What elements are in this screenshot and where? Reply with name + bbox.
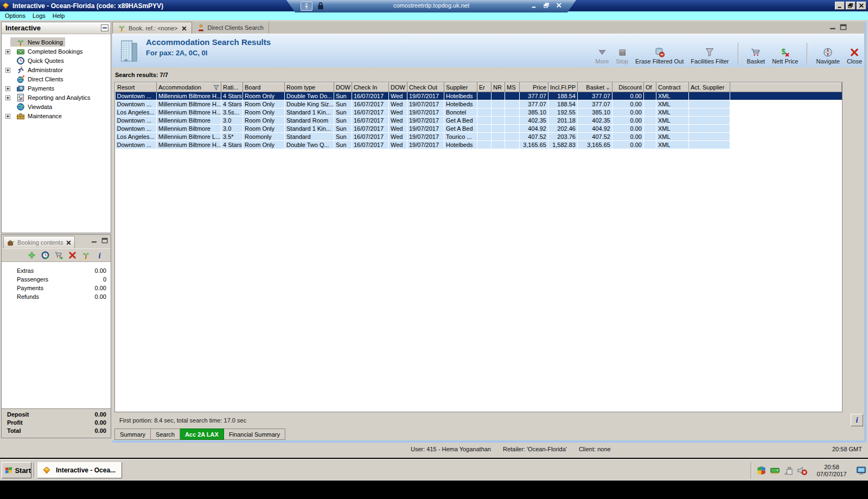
expand-icon[interactable]: [5, 67, 10, 72]
info-button[interactable]: i: [851, 414, 863, 426]
network-icon[interactable]: [770, 465, 780, 476]
result-row-7[interactable]: Downtown ...Millennium Biltmore H...4 St…: [116, 141, 842, 149]
col-board-3[interactable]: Board: [243, 83, 285, 92]
sidebar-item-reporting-and-analytics[interactable]: Reporting and Analytics: [2, 93, 111, 102]
tab-direct-clients-search[interactable]: Direct Clients Search: [192, 22, 269, 34]
result-row-5[interactable]: Downtown ...Millennium Biltmore3.0Room O…: [116, 125, 842, 133]
cell: 377.07: [520, 92, 548, 100]
more-button[interactable]: More: [595, 47, 609, 65]
col-check-out-8[interactable]: Check Out: [407, 83, 444, 92]
sidebar-item-maintenance[interactable]: Maintenance: [2, 111, 111, 120]
close-button[interactable]: Close: [847, 47, 862, 65]
col-room-type-4[interactable]: Room type: [285, 83, 334, 92]
cell: Millennium Biltmore: [157, 125, 221, 133]
col-dow-7[interactable]: DOW: [389, 83, 407, 92]
expand-icon[interactable]: [5, 95, 10, 100]
cell: Downtown ...: [116, 92, 157, 100]
sidebar-item-direct-clients[interactable]: Direct Clients: [2, 74, 111, 84]
panel-maximize-icon[interactable]: [101, 238, 108, 244]
minimize-button[interactable]: [835, 2, 845, 10]
cell: XML: [656, 141, 689, 149]
result-row-4[interactable]: Downtown ...Millennium Biltmore3.0Room O…: [116, 117, 842, 125]
facilities-filter-button[interactable]: Facilities Filter: [691, 47, 729, 65]
menu-help[interactable]: Help: [50, 12, 70, 20]
col-ms-12[interactable]: MS: [505, 83, 520, 92]
start-button[interactable]: Start: [2, 462, 31, 478]
menu-options[interactable]: Options: [3, 12, 30, 20]
taskbar-clock[interactable]: 20:58 07/07/2017: [810, 464, 853, 478]
collapse-panel-icon[interactable]: [101, 24, 108, 31]
col-supplier-9[interactable]: Supplier: [444, 83, 477, 92]
antivirus-icon[interactable]: [756, 465, 767, 476]
stop-button[interactable]: Stop: [616, 47, 628, 65]
sidebar-item-administrator[interactable]: Administrator: [2, 65, 111, 74]
col-dow-5[interactable]: DOW: [334, 83, 352, 92]
panel-maximize-icon[interactable]: [840, 24, 847, 30]
availability-icon[interactable]: [41, 251, 50, 260]
sidebar-item-quick-quotes[interactable]: Quick Quotes: [2, 56, 111, 65]
basket-add-icon[interactable]: [54, 251, 63, 260]
sidebar-item-viewdata[interactable]: Viewdata: [2, 102, 111, 111]
menu-logs[interactable]: Logs: [30, 12, 50, 20]
expand-icon[interactable]: [5, 49, 10, 54]
col-discount-16[interactable]: Discount: [612, 83, 644, 92]
tab-booking-contents[interactable]: Booking contents: [3, 236, 75, 248]
cell: [505, 133, 520, 141]
bottom-tab-summary[interactable]: Summary: [114, 428, 151, 440]
panel-minimize-icon[interactable]: [91, 238, 98, 244]
globe-dart-icon: [16, 75, 25, 84]
col-nr-11[interactable]: NR: [492, 83, 505, 92]
cell: 3.0: [221, 125, 243, 133]
add-icon[interactable]: [27, 251, 36, 260]
col-basket-15[interactable]: Basket: [578, 83, 612, 92]
col-er-10[interactable]: Er: [477, 83, 492, 92]
usb-icon[interactable]: [783, 465, 794, 476]
sidebar-item-label: Maintenance: [28, 112, 62, 119]
filter-icon[interactable]: [213, 85, 219, 91]
col-resort-0[interactable]: Resort: [116, 83, 157, 92]
col-accommodation-1[interactable]: Accommodation: [157, 83, 221, 92]
result-row-3[interactable]: Los Angeles...Millennium Biltmore H...3.…: [116, 108, 842, 117]
toolbar-label: Erase Filtered Out: [635, 58, 684, 65]
col-incl-fl-pp-14[interactable]: Incl.Fl.PP: [548, 83, 578, 92]
rdp-minimize-button[interactable]: [531, 3, 537, 8]
sidebar-item-payments[interactable]: $Payments: [2, 84, 111, 93]
close-button[interactable]: [857, 2, 866, 10]
panel-minimize-icon[interactable]: [829, 24, 837, 30]
bottom-tab-financial-summary[interactable]: Financial Summary: [224, 428, 285, 440]
cell: [644, 117, 656, 125]
erase-filtered-out-button[interactable]: Erase Filtered Out: [635, 47, 684, 65]
rdp-close-button[interactable]: [556, 3, 562, 8]
restore-button[interactable]: [846, 2, 856, 10]
col-price-13[interactable]: Price: [520, 83, 548, 92]
cell: 0.00: [612, 117, 644, 125]
col-contract-18[interactable]: Contract: [656, 83, 689, 92]
col-rati-2[interactable]: Rati...: [221, 83, 243, 92]
rdp-restore-button[interactable]: [544, 3, 550, 8]
taskbar-app-button[interactable]: Interactive - Ocea...: [37, 462, 122, 478]
col-check-in-6[interactable]: Check In: [352, 83, 389, 92]
col-of-17[interactable]: Of: [644, 83, 656, 92]
info-icon[interactable]: i: [95, 251, 104, 260]
navigate-button[interactable]: Navigate: [816, 47, 839, 65]
sidebar-item-completed-bookings[interactable]: Completed Bookings: [2, 47, 111, 56]
delete-icon[interactable]: [68, 251, 77, 260]
cell: 4 Stars: [221, 92, 243, 100]
result-row-2[interactable]: Downtown ...Millennium Biltmore H...4 St…: [116, 100, 842, 108]
bottom-tab-search[interactable]: Search: [151, 428, 180, 440]
bottom-tab-acc-2a-lax[interactable]: Acc 2A LAX: [180, 428, 224, 440]
expand-icon[interactable]: [5, 86, 10, 91]
result-row-6[interactable]: Los Angeles...Millennium Biltmore L...3.…: [116, 133, 842, 141]
volume-muted-icon[interactable]: [797, 465, 807, 476]
tab-book-ref-none[interactable]: Book. ref.: <none>: [112, 22, 192, 34]
tab-close-icon[interactable]: [182, 25, 187, 30]
col-act-supplier-19[interactable]: Act. Supplier: [689, 83, 730, 92]
sidebar-item-new-booking[interactable]: New Booking: [2, 37, 111, 47]
tab-close-icon[interactable]: [66, 240, 71, 245]
nett-price-button[interactable]: $Nett Price: [772, 47, 798, 65]
display-icon[interactable]: [856, 465, 866, 476]
basket-button[interactable]: Basket: [747, 47, 765, 65]
result-row-1[interactable]: Downtown ...Millennium Biltmore H...4 St…: [116, 92, 842, 100]
palm-tree-icon[interactable]: [81, 251, 91, 260]
expand-icon[interactable]: [5, 113, 10, 118]
